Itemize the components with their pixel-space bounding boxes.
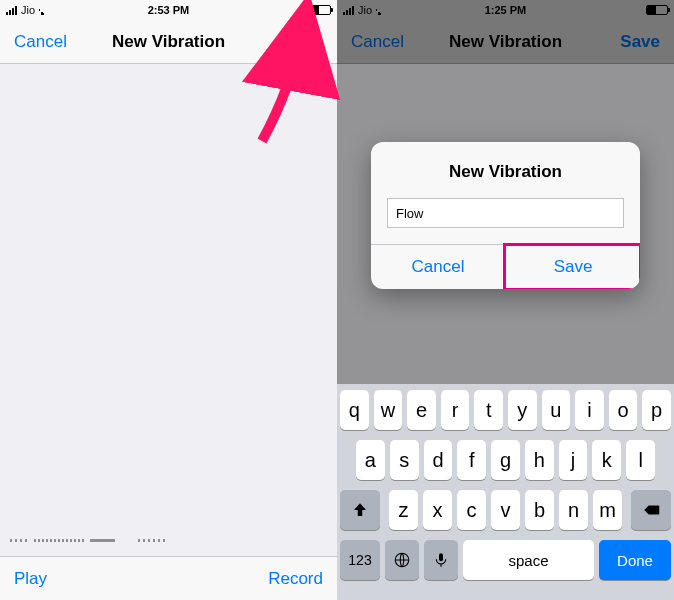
key-c[interactable]: c — [457, 490, 486, 530]
space-key[interactable]: space — [463, 540, 594, 580]
key-w[interactable]: w — [374, 390, 403, 430]
key-d[interactable]: d — [424, 440, 453, 480]
key-v[interactable]: v — [491, 490, 520, 530]
key-k[interactable]: k — [592, 440, 621, 480]
shift-key[interactable] — [340, 490, 380, 530]
status-bar: Jio 2:53 PM — [0, 0, 337, 20]
key-x[interactable]: x — [423, 490, 452, 530]
key-f[interactable]: f — [457, 440, 486, 480]
alert-title: New Vibration — [387, 162, 624, 182]
key-p[interactable]: p — [642, 390, 671, 430]
numbers-key[interactable]: 123 — [340, 540, 380, 580]
svg-rect-1 — [439, 553, 443, 561]
key-q[interactable]: q — [340, 390, 369, 430]
cancel-button[interactable]: Cancel — [14, 32, 67, 52]
key-i[interactable]: i — [575, 390, 604, 430]
kbd-row-2: asdfghjkl — [340, 440, 671, 480]
key-n[interactable]: n — [559, 490, 588, 530]
carrier-label: Jio — [21, 4, 35, 16]
key-o[interactable]: o — [609, 390, 638, 430]
key-z[interactable]: z — [389, 490, 418, 530]
key-j[interactable]: j — [559, 440, 588, 480]
alert-save-button[interactable]: Save — [505, 245, 640, 289]
key-t[interactable]: t — [474, 390, 503, 430]
record-button[interactable]: Record — [268, 569, 323, 589]
nav-bar: Cancel New Vibration Save — [0, 20, 337, 64]
backspace-key[interactable] — [631, 490, 671, 530]
kbd-row-3: zxcvbnm — [340, 490, 671, 530]
screen-vibration-recorder: Jio 2:53 PM Cancel New Vibration Save Pl… — [0, 0, 337, 600]
key-g[interactable]: g — [491, 440, 520, 480]
clock: 2:53 PM — [148, 4, 190, 16]
key-b[interactable]: b — [525, 490, 554, 530]
key-l[interactable]: l — [626, 440, 655, 480]
globe-key[interactable] — [385, 540, 419, 580]
toolbar: Play Record — [0, 556, 337, 600]
key-r[interactable]: r — [441, 390, 470, 430]
kbd-row-3-letters: zxcvbnm — [385, 490, 626, 530]
kbd-row-1: qwertyuiop — [340, 390, 671, 430]
screen-name-dialog: Jio 1:25 PM Cancel New Vibration Save Ne… — [337, 0, 674, 600]
key-u[interactable]: u — [542, 390, 571, 430]
vibration-pattern-preview — [10, 536, 327, 546]
battery-icon — [309, 5, 331, 15]
signal-icon — [6, 6, 17, 15]
save-button[interactable]: Save — [283, 32, 323, 52]
key-m[interactable]: m — [593, 490, 622, 530]
vibration-name-input[interactable] — [387, 198, 624, 228]
key-a[interactable]: a — [356, 440, 385, 480]
wifi-icon — [39, 6, 52, 15]
key-h[interactable]: h — [525, 440, 554, 480]
key-y[interactable]: y — [508, 390, 537, 430]
kbd-row-4: 123 space Done — [340, 540, 671, 580]
vibration-canvas[interactable] — [0, 64, 337, 556]
play-button[interactable]: Play — [14, 569, 47, 589]
done-key[interactable]: Done — [599, 540, 671, 580]
key-e[interactable]: e — [407, 390, 436, 430]
software-keyboard: qwertyuiop asdfghjkl zxcvbnm 123 space D… — [337, 384, 674, 600]
name-vibration-alert: New Vibration Cancel Save — [371, 142, 640, 289]
dictation-key[interactable] — [424, 540, 458, 580]
alert-cancel-button[interactable]: Cancel — [371, 245, 505, 289]
key-s[interactable]: s — [390, 440, 419, 480]
page-title: New Vibration — [112, 32, 225, 52]
